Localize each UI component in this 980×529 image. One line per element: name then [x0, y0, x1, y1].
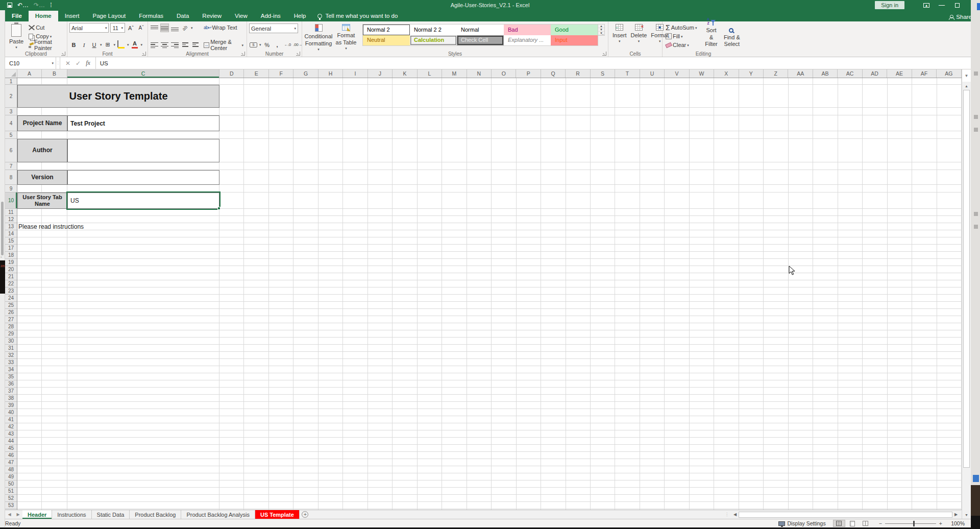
formula-bar-collapse-icon[interactable]: ▼	[962, 69, 971, 82]
sheet-tab-static-data[interactable]: Static Data	[92, 510, 130, 519]
row-header-24[interactable]: 24	[5, 295, 17, 302]
display-settings-button[interactable]: Display Settings	[778, 520, 825, 526]
row-header-27[interactable]: 27	[5, 316, 17, 323]
cell-title[interactable]: User Story Template	[17, 85, 219, 108]
column-header-J[interactable]: J	[368, 69, 393, 78]
row-header-26[interactable]: 26	[5, 309, 17, 316]
column-header-AB[interactable]: AB	[813, 69, 838, 78]
row-header-35[interactable]: 35	[5, 373, 17, 380]
fill-color-icon[interactable]	[117, 40, 126, 49]
formula-bar-splitter[interactable]: ⋮	[56, 57, 60, 69]
row-header-44[interactable]: 44	[5, 438, 17, 445]
wrap-text-button[interactable]: ab↩Wrap Text	[203, 23, 244, 32]
clipboard-dialog-launcher[interactable]	[61, 52, 65, 56]
cell-style-normal[interactable]: Normal	[457, 25, 504, 35]
row-header-43[interactable]: 43	[5, 430, 17, 438]
increase-decimal-icon[interactable]: ←.0	[283, 40, 292, 49]
row-header-6[interactable]: 6	[5, 139, 17, 162]
font-color-icon[interactable]: A	[131, 40, 139, 49]
column-header-AC[interactable]: AC	[838, 69, 862, 78]
row-header-48[interactable]: 48	[5, 466, 17, 473]
cell-style-calculation[interactable]: Calculation	[410, 35, 457, 46]
row-header-7[interactable]: 7	[5, 162, 17, 170]
middle-align-icon[interactable]	[160, 23, 169, 32]
row-header-17[interactable]: 17	[5, 245, 17, 252]
row-header-45[interactable]: 45	[5, 445, 17, 452]
cell-style-normal-2[interactable]: Normal 2	[363, 25, 410, 35]
ribbon-tab-page-layout[interactable]: Page Layout	[86, 11, 133, 21]
cell-field-label-author[interactable]: Author	[17, 139, 67, 162]
scroll-right-icon[interactable]: ▶	[952, 512, 960, 517]
styles-gallery-scrollbar[interactable]: ▲▼▼̲	[598, 24, 605, 36]
styles-dialog-launcher[interactable]	[602, 52, 606, 56]
autosum-button[interactable]: ΣAutoSum▾	[665, 23, 698, 32]
name-box[interactable]: C10 ▾	[5, 57, 56, 69]
cell-style-neutral[interactable]: Neutral	[363, 35, 410, 46]
select-all-corner[interactable]	[5, 69, 17, 78]
row-header-32[interactable]: 32	[5, 352, 17, 359]
font-dialog-launcher[interactable]	[142, 52, 146, 56]
align-left-icon[interactable]	[150, 40, 159, 49]
row-header-49[interactable]: 49	[5, 473, 17, 480]
cell-field-label-version[interactable]: Version	[17, 170, 67, 185]
new-sheet-button[interactable]: +	[300, 510, 311, 519]
cell-style-check-cell[interactable]: Check Cell	[457, 35, 504, 46]
column-header-P[interactable]: P	[516, 69, 541, 78]
row-header-20[interactable]: 20	[5, 266, 17, 273]
number-format-combo[interactable]: General▾	[249, 23, 298, 33]
row-header-5[interactable]: 5	[5, 131, 17, 139]
column-header-O[interactable]: O	[492, 69, 516, 78]
page-layout-view-button[interactable]	[846, 520, 859, 527]
column-header-G[interactable]: G	[293, 69, 318, 78]
row-header-13[interactable]: 13	[5, 223, 17, 230]
row-header-52[interactable]: 52	[5, 495, 17, 502]
cell-style-good[interactable]: Good	[551, 25, 598, 35]
row-header-38[interactable]: 38	[5, 395, 17, 402]
column-header-L[interactable]: L	[418, 69, 442, 78]
ribbon-tab-formulas[interactable]: Formulas	[132, 11, 170, 21]
column-header-H[interactable]: H	[318, 69, 343, 78]
column-header-E[interactable]: E	[244, 69, 268, 78]
column-header-I[interactable]: I	[343, 69, 368, 78]
row-header-19[interactable]: 19	[5, 259, 17, 266]
row-header-3[interactable]: 3	[5, 108, 17, 115]
page-break-view-button[interactable]	[860, 520, 872, 527]
ribbon-tab-insert[interactable]: Insert	[58, 11, 86, 21]
accounting-format-icon[interactable]: $	[249, 40, 258, 49]
alignment-dialog-launcher[interactable]	[241, 52, 245, 56]
cut-button[interactable]: Cut	[28, 23, 65, 32]
format-painter-button[interactable]: Format Painter	[28, 41, 65, 49]
row-header-36[interactable]: 36	[5, 380, 17, 388]
cancel-entry-icon[interactable]: ✕	[65, 60, 70, 67]
cell-field-label-project-name[interactable]: Project Name	[17, 115, 67, 131]
column-header-AG[interactable]: AG	[937, 69, 961, 78]
row-header-31[interactable]: 31	[5, 345, 17, 352]
sheet-nav-right-icon[interactable]: ▶	[14, 510, 22, 519]
row-header-42[interactable]: 42	[5, 423, 17, 430]
cell-style-explanatory-[interactable]: Explanatory ...	[504, 35, 551, 46]
font-name-combo[interactable]: Arial▾	[69, 23, 109, 33]
scroll-left-icon[interactable]: ◀	[731, 512, 739, 517]
row-header-41[interactable]: 41	[5, 416, 17, 423]
orientation-icon[interactable]: ab	[181, 23, 189, 32]
borders-icon[interactable]: ⊞	[104, 40, 112, 49]
column-header-AF[interactable]: AF	[912, 69, 937, 78]
decrease-decimal-icon[interactable]: .00→	[293, 40, 302, 49]
vertical-scrollbar[interactable]: ▲ ▼	[962, 82, 971, 519]
sort-filter-button[interactable]: AZ Sort & Filter	[702, 16, 720, 49]
vertical-scroll-thumb[interactable]	[963, 90, 970, 468]
row-header-11[interactable]: 11	[5, 209, 17, 216]
align-right-icon[interactable]	[170, 40, 179, 49]
horizontal-scroll-thumb[interactable]	[739, 512, 952, 518]
increase-font-icon[interactable]: Aˆ	[127, 23, 135, 32]
row-header-22[interactable]: 22	[5, 280, 17, 287]
row-header-40[interactable]: 40	[5, 409, 17, 416]
row-header-10[interactable]: 10	[5, 193, 17, 209]
clear-button[interactable]: Clear▾	[665, 41, 698, 49]
cell-note[interactable]: Please read instructions	[18, 223, 146, 230]
row-header-21[interactable]: 21	[5, 273, 17, 280]
column-header-K[interactable]: K	[393, 69, 417, 78]
confirm-entry-icon[interactable]: ✓	[76, 60, 81, 67]
cell-style-input[interactable]: Input	[551, 35, 598, 46]
ribbon-tab-review[interactable]: Review	[195, 11, 228, 21]
